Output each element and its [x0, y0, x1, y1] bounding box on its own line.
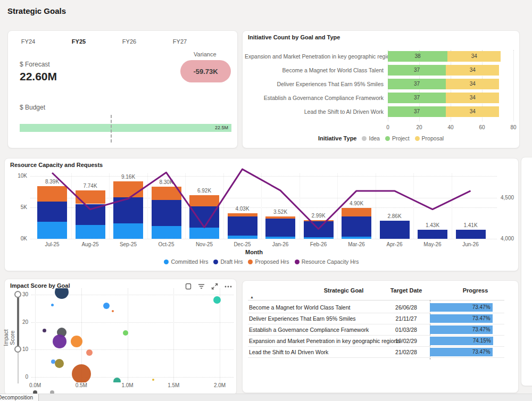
proposal-legend-dot — [415, 136, 420, 141]
column-header-progress[interactable]: Progress — [445, 287, 506, 294]
stacked-bar-segment-draft[interactable] — [265, 219, 295, 237]
stacked-bar-segment-project[interactable]: 37 — [388, 65, 446, 76]
tab-fy24[interactable]: FY24 — [16, 38, 40, 45]
stacked-bar-segment-project[interactable]: 37 — [388, 79, 446, 89]
stacked-bar-segment-project[interactable]: 37 — [388, 93, 446, 103]
bar-total-label: 9.16K — [112, 174, 144, 180]
chart-title: Resource Capacity and Requests — [10, 162, 103, 168]
y-axis-tick-left: 0K — [12, 236, 27, 241]
tab-fy27[interactable]: FY27 — [168, 38, 192, 45]
scatter-bubble[interactable] — [55, 359, 64, 368]
stacked-bar-segment-project[interactable]: 37 — [388, 106, 446, 117]
stacked-bar-segment-proposal[interactable]: 34 — [446, 93, 499, 103]
budget-bullet-bar[interactable]: 22.5M — [20, 124, 231, 132]
tab-fy25[interactable]: FY25 — [67, 38, 90, 45]
stacked-bar-segment-committed[interactable] — [152, 226, 181, 239]
scatter-bubble[interactable] — [213, 296, 221, 304]
stacked-bar-segment-committed[interactable] — [189, 228, 219, 239]
cell-strategic-goal[interactable]: Become a Magnet for World Class Talent — [249, 302, 403, 313]
stacked-bar-segment-proposed[interactable] — [265, 216, 295, 218]
scatter-bubble[interactable] — [86, 349, 93, 356]
stacked-bar-segment-draft[interactable] — [304, 221, 334, 237]
x-tick-label: Apr-26 — [378, 241, 412, 247]
stacked-bar-segment-draft[interactable] — [418, 230, 447, 239]
slider-handle-upper[interactable] — [14, 291, 21, 298]
variance-badge: -59.73K — [180, 60, 231, 82]
scatter-bubble[interactable] — [43, 329, 46, 332]
scatter-bubble[interactable] — [55, 288, 69, 299]
stacked-bar-segment-proposed[interactable] — [342, 208, 371, 216]
scatter-bubble[interactable] — [113, 378, 121, 382]
bar-total-label: 1.41K — [455, 222, 487, 228]
stacked-bar-segment-committed[interactable] — [113, 223, 143, 239]
stacked-bar-segment-committed[interactable] — [304, 237, 334, 239]
tab-fy26[interactable]: FY26 — [118, 38, 141, 45]
stacked-bar-segment-proposed[interactable] — [228, 213, 257, 216]
stacked-bar-segment-committed[interactable] — [228, 236, 257, 239]
page-tab-decomposition[interactable]: Decomposition — [0, 394, 39, 401]
scatter-bubble[interactable] — [51, 304, 54, 306]
legend-item-proposed-hrs[interactable]: Proposed Hrs — [248, 258, 289, 265]
stacked-bar-segment-draft[interactable] — [456, 230, 486, 239]
header-divider — [248, 300, 504, 300]
forecast-label: $ Forecast — [20, 61, 50, 68]
bar-total-label: 7.74K — [74, 183, 106, 189]
cell-strategic-goal[interactable]: Expansion and Market Penetration in key … — [249, 336, 403, 347]
legend-item-committed-hrs[interactable]: Committed Hrs — [164, 258, 208, 265]
stacked-bar-segment-proposal[interactable]: 34 — [446, 79, 499, 89]
stacked-bar-segment-committed[interactable] — [342, 237, 371, 239]
stacked-bar-segment-draft[interactable] — [76, 204, 105, 225]
stacked-bar-segment-committed[interactable] — [37, 222, 67, 239]
column-header-target-date[interactable]: Target Date — [381, 287, 431, 294]
cell-strategic-goal[interactable]: Establish a Governance Compliance Framew… — [249, 324, 403, 336]
legend-item-idea[interactable]: Idea — [362, 135, 379, 141]
scatter-bubble[interactable] — [103, 303, 110, 309]
scatter-bubble[interactable] — [53, 335, 66, 348]
stacked-bar-segment-draft[interactable] — [152, 200, 181, 226]
stacked-bar-segment-draft[interactable] — [380, 221, 410, 239]
x-tick-label: 20 — [413, 124, 426, 130]
x-tick-label: Aug-25 — [73, 241, 107, 247]
stacked-bar-segment-committed[interactable] — [265, 237, 295, 239]
scatter-bubble[interactable] — [152, 379, 154, 381]
scatter-bubble[interactable] — [123, 330, 128, 336]
stacked-bar-segment-proposed[interactable] — [189, 195, 219, 206]
stacked-bar-segment-draft[interactable] — [189, 206, 219, 228]
stacked-bar-segment-committed[interactable] — [76, 225, 105, 239]
stacked-bar-segment-draft[interactable] — [113, 197, 143, 224]
legend-dot — [295, 260, 300, 264]
x-axis-title: Month — [245, 249, 263, 255]
legend-item-resource-capacity-hrs[interactable]: Resource Capacity Hrs — [295, 258, 359, 265]
stacked-bar-segment-project[interactable]: 38 — [388, 51, 447, 62]
stacked-bar-segment-proposal[interactable]: 34 — [446, 106, 499, 117]
stacked-bar-segment-proposed[interactable] — [76, 190, 105, 204]
scatter-bubble[interactable] — [71, 336, 82, 347]
stacked-bar-segment-draft[interactable] — [342, 216, 371, 237]
gridline — [185, 173, 186, 239]
gridline — [147, 173, 148, 239]
stacked-bar-segment-proposed[interactable] — [37, 186, 67, 202]
legend-item-draft-hrs[interactable]: Draft Hrs — [213, 258, 243, 265]
bar-total-label: 4.03K — [227, 206, 259, 212]
legend-item-project[interactable]: Project — [385, 135, 410, 141]
scatter-bubble[interactable] — [72, 364, 91, 382]
legend-item-proposal[interactable]: Proposal — [415, 135, 444, 141]
cell-strategic-goal[interactable]: Lead the Shift to AI Driven Work — [249, 347, 403, 358]
gridline — [30, 239, 497, 239]
more-options-icon[interactable] — [225, 286, 232, 288]
stacked-bar-segment-proposal[interactable]: 34 — [447, 51, 501, 62]
stacked-bar-segment-proposed[interactable] — [152, 187, 181, 200]
progress-data-bar: 73.47% — [430, 303, 493, 312]
cell-strategic-goal[interactable]: Deliver Experiences That Earn 95% Smiles — [249, 313, 403, 324]
stacked-bar-segment-proposed[interactable] — [113, 181, 143, 197]
stacked-bar-segment-draft[interactable] — [37, 202, 67, 222]
sort-ascending-icon[interactable]: ▲ — [250, 295, 254, 299]
stacked-bar-segment-proposal[interactable]: 34 — [446, 65, 499, 76]
category-label: Deliver Experiences That Earn 95% Smiles — [245, 79, 384, 89]
x-tick-label: Sep-25 — [111, 241, 145, 247]
legend-dot — [248, 260, 253, 264]
stacked-bar-segment-proposed[interactable] — [304, 220, 334, 221]
category-label: Become a Magnet for World Class Talent — [245, 65, 384, 76]
scatter-bubble[interactable] — [112, 310, 114, 312]
stacked-bar-segment-draft[interactable] — [228, 216, 257, 236]
